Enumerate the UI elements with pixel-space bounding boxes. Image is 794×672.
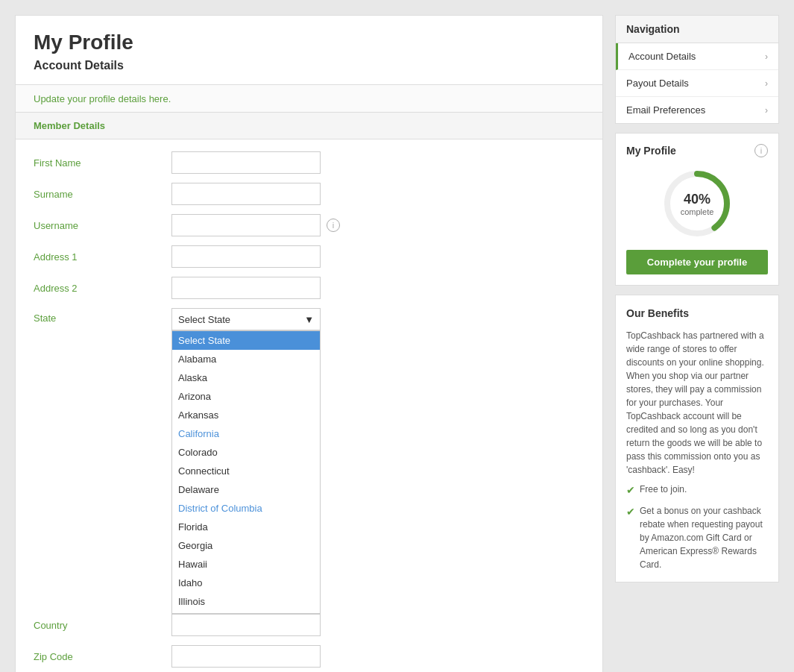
- nav-email-label: Email Preferences: [626, 104, 705, 116]
- my-profile-title: My Profile: [626, 145, 676, 157]
- country-row: Country: [34, 614, 585, 636]
- state-option[interactable]: Indiana: [172, 611, 320, 614]
- benefit-check-2: ✔: [626, 504, 635, 520]
- address2-label: Address 2: [34, 283, 171, 294]
- nav-payout-label: Payout Details: [626, 78, 689, 89]
- first-name-label: First Name: [34, 157, 171, 169]
- address1-row: Address 1: [34, 245, 585, 268]
- navigation-header: Navigation: [616, 16, 778, 43]
- address1-input[interactable]: [171, 245, 321, 268]
- state-option[interactable]: Colorado: [172, 443, 320, 462]
- benefits-title: Our Benefits: [626, 306, 768, 321]
- update-link[interactable]: Update your profile details here.: [34, 93, 171, 104]
- benefit-item-1: ✔ Free to join.: [626, 483, 768, 498]
- nav-payout-details[interactable]: Payout Details ›: [616, 70, 778, 97]
- state-row: State Select State ▼ Select StateAlabama…: [34, 308, 585, 330]
- progress-label: complete: [681, 207, 714, 216]
- state-dropdown-arrow: ▼: [304, 314, 314, 325]
- username-row: Username i: [34, 214, 585, 236]
- benefits-content: Our Benefits TopCashback has partnered w…: [616, 295, 778, 582]
- benefits-panel: Our Benefits TopCashback has partnered w…: [615, 295, 779, 582]
- state-option[interactable]: Alaska: [172, 368, 320, 387]
- address2-input[interactable]: [171, 277, 321, 299]
- benefit-text-2: Get a bonus on your cashback rebate when…: [640, 504, 768, 571]
- state-option[interactable]: Hawaii: [172, 555, 320, 574]
- country-label: Country: [34, 620, 171, 631]
- progress-container: 40% complete: [660, 166, 734, 241]
- state-option[interactable]: Georgia: [172, 536, 320, 555]
- country-input[interactable]: [171, 614, 321, 636]
- nav-payout-chevron: ›: [765, 78, 768, 89]
- page-subtitle: Account Details: [34, 59, 585, 72]
- state-option[interactable]: Select State: [172, 331, 320, 350]
- state-option[interactable]: Illinois: [172, 592, 320, 611]
- member-details-header: Member Details: [16, 113, 602, 139]
- benefit-check-1: ✔: [626, 483, 635, 498]
- my-profile-info-icon[interactable]: i: [754, 144, 768, 157]
- profile-header: My Profile Account Details: [16, 16, 602, 85]
- nav-account-details-label: Account Details: [628, 51, 696, 62]
- state-option[interactable]: Arkansas: [172, 406, 320, 424]
- state-option[interactable]: Delaware: [172, 480, 320, 499]
- username-label: Username: [34, 220, 171, 231]
- nav-email-chevron: ›: [765, 105, 768, 116]
- zip-input[interactable]: [171, 645, 321, 668]
- complete-profile-button[interactable]: Complete your profile: [626, 250, 768, 274]
- username-info-icon[interactable]: i: [327, 219, 340, 232]
- state-option[interactable]: Arizona: [172, 387, 320, 406]
- my-profile-panel: My Profile i 40% complete Complete your …: [615, 133, 779, 286]
- nav-email-prefs[interactable]: Email Preferences ›: [616, 97, 778, 123]
- update-link-area: Update your profile details here.: [16, 85, 602, 113]
- state-option[interactable]: Idaho: [172, 574, 320, 592]
- username-input[interactable]: [171, 214, 321, 236]
- page-title: My Profile: [34, 31, 585, 54]
- state-option[interactable]: California: [172, 424, 320, 443]
- state-dropdown[interactable]: Select StateAlabamaAlaskaArizonaArkansas…: [171, 330, 321, 614]
- progress-text: 40% complete: [681, 192, 714, 216]
- navigation-panel: Navigation Account Details › Payout Deta…: [615, 15, 779, 124]
- zip-label: Zip Code: [34, 651, 171, 662]
- state-label: State: [34, 313, 171, 324]
- state-option[interactable]: Alabama: [172, 350, 320, 368]
- username-input-wrapper: i: [171, 214, 340, 236]
- profile-form: First Name Surname Username i Address 1 …: [16, 139, 602, 672]
- state-selected-text: Select State: [178, 314, 230, 325]
- state-select-display[interactable]: Select State ▼: [171, 308, 321, 330]
- benefit-text-1: Free to join.: [640, 483, 687, 496]
- state-option[interactable]: Florida: [172, 518, 320, 536]
- state-option[interactable]: District of Columbia: [172, 499, 320, 518]
- nav-account-details[interactable]: Account Details ›: [616, 43, 778, 70]
- progress-percent: 40%: [681, 192, 714, 207]
- address1-label: Address 1: [34, 251, 171, 263]
- first-name-input[interactable]: [171, 151, 321, 174]
- nav-account-chevron: ›: [765, 51, 768, 62]
- my-profile-panel-header: My Profile i: [626, 144, 768, 157]
- surname-row: Surname: [34, 183, 585, 205]
- state-option[interactable]: Connecticut: [172, 462, 320, 480]
- state-wrapper: Select State ▼ Select StateAlabamaAlaska…: [171, 308, 321, 330]
- address2-row: Address 2: [34, 277, 585, 299]
- first-name-row: First Name: [34, 151, 585, 174]
- zip-row: Zip Code: [34, 645, 585, 668]
- surname-label: Surname: [34, 189, 171, 200]
- main-content: My Profile Account Details Update your p…: [15, 15, 603, 672]
- surname-input[interactable]: [171, 183, 321, 205]
- sidebar: Navigation Account Details › Payout Deta…: [615, 15, 779, 672]
- benefit-item-2: ✔ Get a bonus on your cashback rebate wh…: [626, 504, 768, 571]
- benefits-description: TopCashback has partnered with a wide ra…: [626, 329, 768, 477]
